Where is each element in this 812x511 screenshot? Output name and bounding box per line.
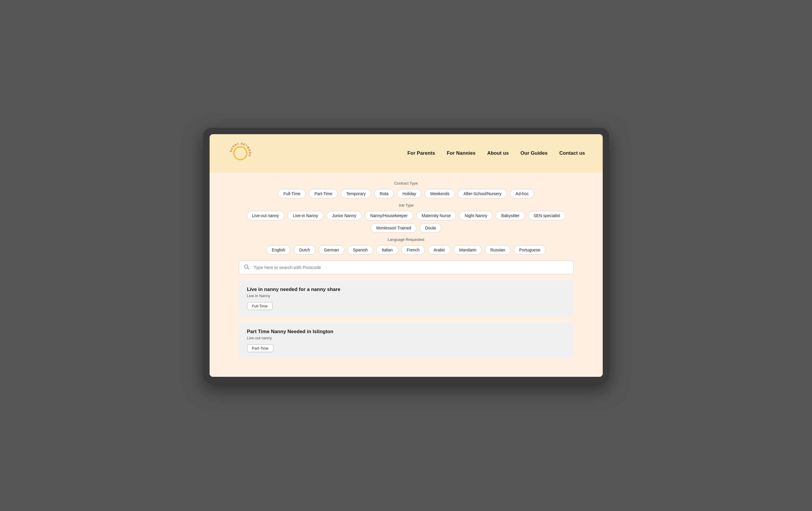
job-tag[interactable]: Montessori Trained	[371, 223, 416, 233]
nav-contact-us[interactable]: Contact us	[559, 150, 585, 156]
language-tag[interactable]: Spanish	[347, 245, 374, 254]
contract-tags-container: Full-TimePart-TimeTemporaryRotaHolidayWe…	[239, 189, 574, 198]
job-tag[interactable]: Night Nanny	[459, 211, 493, 220]
logo-container[interactable]: NANNY NETWORK	[227, 140, 254, 166]
screen: NANNY NETWORK For Parents For Nannies Ab…	[210, 134, 603, 377]
job-tag[interactable]: Live-in Nanny	[287, 211, 324, 220]
job-listings: Live in nanny needed for a nanny shareLi…	[239, 280, 574, 359]
job-tag[interactable]: Live-out nanny	[246, 211, 285, 220]
search-input[interactable]	[239, 261, 574, 274]
search-container	[239, 261, 574, 274]
job-type: Live-in Nanny	[247, 294, 565, 298]
job-contract-tag[interactable]: Full-Time	[247, 302, 273, 310]
nav-for-parents[interactable]: For Parents	[407, 150, 435, 156]
main-content: Contract Type Full-TimePart-TimeTemporar…	[210, 172, 603, 377]
job-tag[interactable]: Junior Nanny	[326, 211, 362, 220]
language-tags-container: EnglishDutchGermanSpanishItalianFrenchAr…	[239, 245, 574, 254]
job-tag[interactable]: Babysitter	[496, 211, 525, 220]
svg-text:NANNY NETWORK: NANNY NETWORK	[229, 142, 252, 157]
device-frame: NANNY NETWORK For Parents For Nannies Ab…	[203, 128, 609, 383]
contract-tag[interactable]: Ad-hoc	[510, 189, 534, 198]
header: NANNY NETWORK For Parents For Nannies Ab…	[210, 134, 603, 172]
language-tag[interactable]: Russian	[485, 245, 511, 254]
contract-tag[interactable]: Part-Time	[309, 189, 338, 198]
contract-tag[interactable]: Holiday	[397, 189, 422, 198]
job-contract-tag[interactable]: Part-Time	[247, 344, 274, 352]
language-tag[interactable]: German	[318, 245, 345, 254]
language-filter-section: Language Requested EnglishDutchGermanSpa…	[239, 237, 574, 254]
contract-type-label: Contract Type	[239, 181, 574, 186]
contract-tag[interactable]: After-School/Nursery	[458, 189, 507, 198]
language-tag[interactable]: Portuguese	[514, 245, 546, 254]
logo: NANNY NETWORK	[227, 140, 254, 166]
contract-tag[interactable]: Rota	[374, 189, 394, 198]
contract-tag[interactable]: Temporary	[341, 189, 371, 198]
job-card[interactable]: Live in nanny needed for a nanny shareLi…	[239, 280, 574, 317]
search-icon	[243, 264, 250, 271]
contract-filter-section: Contract Type Full-TimePart-TimeTemporar…	[239, 181, 574, 198]
language-tag[interactable]: French	[401, 245, 425, 254]
job-title: Live in nanny needed for a nanny share	[247, 287, 565, 292]
language-tag[interactable]: Mandarin	[454, 245, 482, 254]
job-tag[interactable]: SEN specialist	[528, 211, 566, 220]
svg-point-0	[234, 147, 247, 160]
job-filter-section: Job Type Live-out nannyLive-in NannyJuni…	[239, 203, 574, 233]
contract-tag[interactable]: Weekends	[425, 189, 455, 198]
language-tag[interactable]: Dutch	[294, 245, 316, 254]
job-card[interactable]: Part Time Nanny Needed in IslingtonLive-…	[239, 322, 574, 359]
job-tag[interactable]: Maternity Nurse	[416, 211, 456, 220]
nav-for-nannies[interactable]: For Nannies	[447, 150, 475, 156]
job-tags-container: Live-out nannyLive-in NannyJunior NannyN…	[239, 211, 574, 233]
job-tag[interactable]: Nanny/Housekeeper	[365, 211, 413, 220]
nav-our-guides[interactable]: Our Guides	[520, 150, 548, 156]
language-label: Language Requested	[239, 237, 574, 242]
svg-line-3	[248, 268, 249, 269]
language-tag[interactable]: English	[266, 245, 291, 254]
job-type: Live-out nanny	[247, 336, 565, 340]
language-tag[interactable]: Italian	[376, 245, 398, 254]
job-type-label: Job Type	[239, 203, 574, 208]
job-tag[interactable]: Doula	[419, 223, 441, 233]
main-nav: For Parents For Nannies About us Our Gui…	[407, 150, 585, 156]
job-title: Part Time Nanny Needed in Islington	[247, 329, 565, 334]
contract-tag[interactable]: Full-Time	[278, 189, 306, 198]
language-tag[interactable]: Arabic	[428, 245, 451, 254]
nav-about-us[interactable]: About us	[487, 150, 509, 156]
